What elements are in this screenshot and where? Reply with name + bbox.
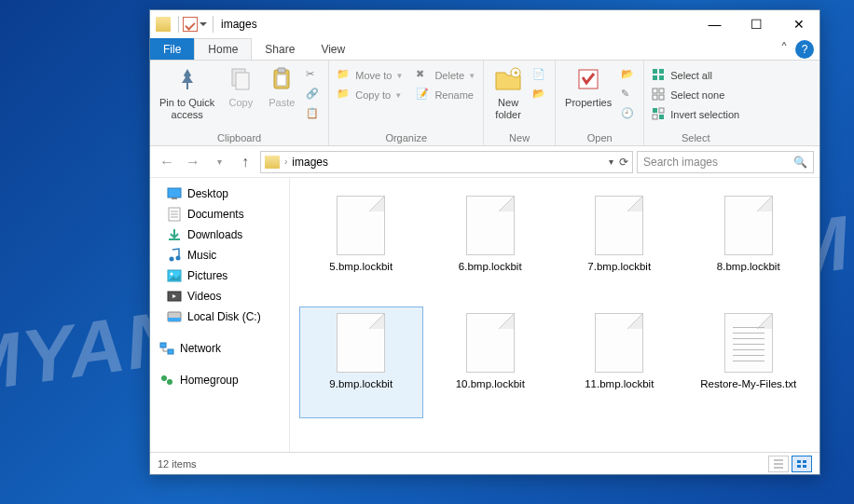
file-item[interactable]: 11.bmp.lockbit: [558, 306, 682, 418]
button-label: Select all: [670, 70, 712, 81]
copy-button[interactable]: Copy: [220, 62, 261, 111]
sidebar-item-label: Videos: [187, 290, 221, 303]
file-item[interactable]: 10.bmp.lockbit: [429, 306, 553, 418]
svg-rect-12: [659, 75, 664, 80]
collapse-ribbon-icon[interactable]: ˄: [773, 38, 795, 60]
svg-rect-45: [797, 465, 801, 468]
paste-button[interactable]: Paste: [261, 62, 302, 111]
file-item[interactable]: Restore-My-Files.txt: [687, 306, 811, 418]
file-item[interactable]: 9.bmp.lockbit: [299, 306, 423, 418]
ribbon: Pin to Quick access Copy Paste ✂ 🔗: [150, 61, 820, 146]
new-folder-icon: ✦: [493, 64, 523, 94]
file-name: 9.bmp.lockbit: [329, 378, 393, 390]
svg-rect-18: [659, 108, 664, 113]
edit-icon: ✎: [621, 88, 636, 102]
edit-button[interactable]: ✎: [617, 86, 640, 104]
maximize-button[interactable]: ☐: [736, 10, 778, 38]
sidebar-item-pictures[interactable]: Pictures: [150, 266, 289, 286]
refresh-icon[interactable]: ⟳: [619, 156, 628, 169]
new-item-button[interactable]: 📄: [529, 66, 551, 85]
rename-button[interactable]: 📝Rename: [412, 86, 479, 104]
file-name: 10.bmp.lockbit: [456, 378, 525, 390]
back-button[interactable]: ←: [156, 151, 178, 173]
file-name: Restore-My-Files.txt: [700, 378, 796, 390]
open-button[interactable]: 📂: [617, 66, 640, 85]
close-button[interactable]: ✕: [778, 10, 820, 38]
properties-icon: [573, 64, 603, 94]
copy-to-button[interactable]: 📁Copy to▼: [333, 86, 406, 104]
svg-rect-43: [797, 460, 801, 463]
sidebar-item-documents[interactable]: Documents: [150, 204, 289, 225]
tab-home[interactable]: Home: [194, 38, 252, 60]
file-item[interactable]: 7.bmp.lockbit: [558, 189, 682, 301]
help-icon[interactable]: ?: [795, 40, 814, 59]
select-none-button[interactable]: Select none: [648, 86, 743, 104]
blank-file-icon: [337, 313, 385, 373]
qat-dropdown-icon[interactable]: [198, 17, 209, 32]
svg-rect-19: [653, 115, 657, 119]
svg-rect-10: [659, 69, 664, 74]
file-item[interactable]: 6.bmp.lockbit: [429, 189, 553, 301]
text-file-icon: [724, 313, 773, 373]
details-view-button[interactable]: [768, 456, 789, 472]
sidebar-item-desktop[interactable]: Desktop: [150, 184, 289, 204]
recent-dropdown[interactable]: ▾: [208, 151, 230, 173]
invert-selection-button[interactable]: Invert selection: [648, 105, 743, 124]
new-folder-button[interactable]: ✦ New folder: [488, 62, 529, 123]
file-name: 6.bmp.lockbit: [459, 261, 522, 273]
sidebar-item-local-disk[interactable]: Local Disk (C:): [150, 306, 289, 327]
sidebar-item-network[interactable]: Network: [150, 338, 289, 359]
delete-button[interactable]: ✖Delete▼: [412, 66, 479, 85]
file-grid: 5.bmp.lockbit6.bmp.lockbit7.bmp.lockbit8…: [290, 178, 820, 452]
tab-file[interactable]: File: [150, 38, 194, 60]
sidebar-item-videos[interactable]: Videos: [150, 286, 289, 306]
pin-to-quick-access-button[interactable]: Pin to Quick access: [154, 62, 220, 123]
select-all-button[interactable]: Select all: [648, 66, 743, 85]
up-button[interactable]: ↑: [234, 151, 256, 173]
history-button[interactable]: 🕘: [617, 105, 640, 124]
svg-rect-44: [803, 460, 806, 463]
properties-button[interactable]: Properties: [559, 62, 617, 111]
svg-rect-46: [803, 465, 806, 468]
move-to-button[interactable]: 📁Move to▼: [333, 66, 406, 85]
paste-shortcut-button[interactable]: 📋: [302, 105, 324, 124]
file-item[interactable]: 8.bmp.lockbit: [687, 189, 811, 301]
svg-rect-20: [659, 115, 664, 119]
button-label: New folder: [495, 97, 521, 121]
rename-icon: 📝: [416, 88, 431, 102]
tab-view[interactable]: View: [308, 38, 358, 60]
sidebar-item-label: Music: [187, 249, 216, 262]
file-name: 5.bmp.lockbit: [329, 261, 393, 273]
sidebar-item-downloads[interactable]: Downloads: [150, 225, 289, 245]
breadcrumb-item[interactable]: images: [292, 156, 328, 169]
blank-file-icon: [595, 313, 643, 373]
svg-point-31: [171, 273, 173, 276]
invert-icon: [652, 107, 667, 122]
forward-button[interactable]: →: [182, 151, 204, 173]
ribbon-group-open: Properties 📂 ✎ 🕘 Open: [556, 61, 644, 145]
search-icon: 🔍: [793, 156, 807, 169]
file-item[interactable]: 5.bmp.lockbit: [299, 189, 423, 301]
svg-rect-9: [653, 69, 657, 74]
desktop-icon: [167, 186, 182, 201]
sidebar-item-music[interactable]: Music: [150, 245, 289, 266]
explorer-window: images — ☐ ✕ File Home Share View ˄ ? Pi…: [149, 9, 820, 475]
sidebar-item-homegroup[interactable]: Homegroup: [150, 370, 289, 390]
button-label: Pin to Quick access: [159, 97, 214, 121]
breadcrumb[interactable]: › images ▾ ⟳: [260, 151, 633, 173]
group-label: Organize: [333, 131, 479, 145]
minimize-button[interactable]: —: [694, 10, 736, 38]
disk-icon: [167, 309, 182, 324]
easy-access-button[interactable]: 📂: [529, 86, 551, 104]
svg-rect-13: [653, 89, 657, 93]
tab-share[interactable]: Share: [252, 38, 308, 60]
path-icon: 🔗: [306, 88, 321, 102]
qat-checkbox-icon[interactable]: [183, 17, 198, 32]
search-input[interactable]: Search images 🔍: [637, 151, 814, 173]
dropdown-icon[interactable]: ▾: [609, 157, 613, 167]
group-label: Open: [559, 131, 640, 145]
button-label: Copy to: [355, 89, 391, 101]
cut-button[interactable]: ✂: [302, 66, 324, 85]
icons-view-button[interactable]: [792, 456, 812, 472]
copy-path-button[interactable]: 🔗: [302, 86, 324, 104]
